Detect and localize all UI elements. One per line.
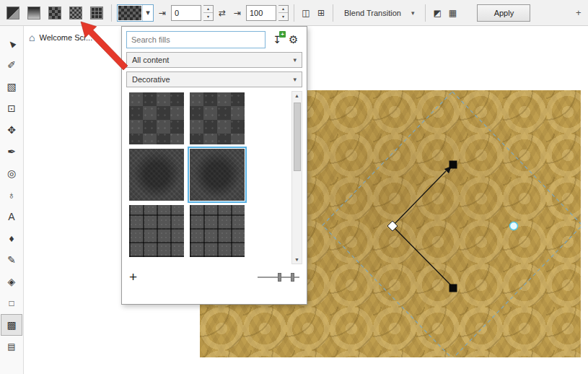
category-filter-value: Decorative — [132, 75, 170, 84]
toolbar-separator — [333, 4, 333, 22]
tile-vertical-icon[interactable]: ⊞ — [315, 8, 328, 18]
category-filter-dropdown[interactable]: Decorative ▾ — [126, 71, 302, 87]
fountain-fill-swatch — [27, 6, 40, 19]
fill-picker-trigger[interactable]: ▾ — [117, 4, 154, 22]
chevron-down-icon: ▾ — [293, 56, 297, 64]
outline-tool-icon: □ — [9, 298, 14, 308]
blend-transition-label: Blend Transition — [344, 9, 401, 17]
fill-picker-panel: ↧ + ⚙ All content ▾ Decorative ▾ ▲ — [121, 26, 307, 305]
smart-fill-tool[interactable]: ◈ — [1, 271, 22, 292]
ink-tool-icon: ♦ — [9, 232, 14, 244]
apply-button[interactable]: Apply — [477, 4, 530, 22]
scale-stepper: ▴ ▾ — [278, 5, 289, 21]
scroll-up-icon[interactable]: ▲ — [294, 93, 299, 98]
artistic-media-tool[interactable]: ✒ — [1, 142, 22, 162]
pen-tool[interactable]: ✎ — [1, 250, 22, 270]
pattern-fill-tool[interactable]: ▩ — [1, 315, 22, 335]
pan-tool[interactable]: ✥ — [1, 120, 22, 140]
fill-thumbnail-selected[interactable] — [190, 149, 245, 201]
vector-pattern-fill-icon[interactable] — [45, 4, 64, 22]
stepper-up-button[interactable]: ▴ — [278, 6, 288, 14]
fill-scale-input[interactable] — [246, 5, 276, 21]
fill-thumbnail[interactable] — [129, 92, 184, 144]
stepper-down-button[interactable]: ▾ — [278, 13, 288, 20]
pattern-size-handle[interactable] — [449, 284, 457, 292]
shape-tool[interactable]: ✐ — [1, 55, 22, 75]
toolbar-separator — [294, 4, 294, 22]
content-filter-value: All content — [132, 56, 169, 64]
fill-thumbnail[interactable] — [129, 149, 184, 201]
crop-tool[interactable]: ⊡ — [1, 98, 22, 118]
app-window: ▾ ⇥ ▴ ▾ ⇄ ⇥ ▴ ▾ ◫ ⊞ Blend Transition ▾ ◩… — [0, 0, 588, 374]
scale-icon: ⇥ — [231, 8, 244, 18]
wireframe-pattern-icon[interactable]: ▦ — [446, 8, 459, 18]
pattern-edge-handle[interactable] — [510, 222, 518, 230]
tile-horizontal-icon[interactable]: ◫ — [299, 8, 312, 18]
import-fills-icon[interactable]: ↧ + — [271, 34, 284, 45]
artistic-media-icon: ✒ — [7, 146, 16, 157]
text-tool[interactable]: A — [1, 206, 22, 227]
chevron-down-icon: ▾ — [411, 9, 415, 17]
stepper-down-button[interactable]: ▾ — [203, 13, 213, 20]
offset-stepper: ▴ ▾ — [203, 5, 214, 21]
pattern-vector-line — [392, 171, 446, 226]
fill-thumbnail[interactable] — [190, 92, 245, 144]
stepper-up-button[interactable]: ▴ — [203, 6, 213, 14]
fountain-fill-icon[interactable] — [25, 4, 43, 22]
mirror-tiles-icon[interactable]: ⇄ — [216, 8, 229, 18]
pan-tool-icon: ✥ — [7, 124, 16, 136]
chevron-down-icon: ▾ — [293, 76, 297, 83]
toolbar-separator — [425, 4, 426, 22]
scroll-down-icon[interactable]: ▼ — [294, 257, 299, 262]
uniform-fill-icon[interactable] — [4, 4, 22, 22]
fill-offset-input[interactable] — [171, 5, 201, 21]
spiral-tool-icon: ◎ — [7, 168, 16, 179]
pick-tool-icon: ▲ — [4, 35, 19, 51]
thumbnail-size-slider[interactable] — [258, 272, 299, 282]
pattern-vector-line — [392, 226, 451, 285]
text-tool-icon: A — [8, 211, 14, 222]
home-icon: ⌂ — [29, 32, 35, 43]
fill-search-input[interactable] — [126, 31, 266, 48]
tab-welcome-screen[interactable]: ⌂ Welcome Scr... — [29, 32, 92, 43]
fill-thumbnail[interactable] — [129, 205, 184, 257]
gear-icon[interactable]: ⚙ — [289, 33, 298, 46]
offset-icon: ⇥ — [156, 8, 169, 18]
freehand-pick-tool[interactable]: ▧ — [1, 77, 22, 97]
thumbnail-scrollbar[interactable]: ▲ ▼ — [291, 91, 302, 264]
pick-tool[interactable]: ▲ — [1, 33, 22, 53]
blend-transition-dropdown[interactable]: Blend Transition ▾ — [338, 4, 420, 22]
slider-handle[interactable] — [278, 273, 281, 282]
vector-pattern-swatch — [48, 6, 61, 19]
current-fill-swatch — [118, 6, 141, 20]
extra-tool[interactable]: ▤ — [1, 336, 22, 357]
shape-tool-icon: ✐ — [7, 59, 16, 71]
toolbar-overflow-icon[interactable]: + — [576, 7, 584, 18]
add-fill-button[interactable]: + — [129, 270, 137, 284]
chevron-down-icon[interactable]: ▾ — [142, 5, 153, 21]
tab-label: Welcome Scr... — [39, 33, 92, 42]
property-toolbar: ▾ ⇥ ▴ ▾ ⇄ ⇥ ▴ ▾ ◫ ⊞ Blend Transition ▾ ◩… — [0, 0, 588, 26]
texture-fill-icon[interactable] — [87, 4, 106, 22]
fill-thumbnail-area: ▲ ▼ — [126, 91, 302, 264]
bitmap-pattern-swatch — [69, 6, 82, 19]
basic-shapes-icon: ♁ — [8, 189, 16, 201]
scrollbar-thumb[interactable] — [294, 103, 301, 171]
slider-handle[interactable] — [291, 273, 294, 282]
plus-badge-icon: + — [279, 31, 286, 38]
content-filter-dropdown[interactable]: All content ▾ — [126, 52, 302, 68]
toolbar-separator — [111, 4, 112, 22]
fill-thumbnail[interactable] — [190, 205, 245, 257]
outline-tool[interactable]: □ — [1, 293, 22, 313]
bitmap-pattern-fill-icon[interactable] — [66, 4, 85, 22]
ink-tool[interactable]: ♦ — [1, 228, 22, 248]
spiral-tool[interactable]: ◎ — [1, 163, 22, 183]
basic-shapes-tool[interactable]: ♁ — [1, 185, 22, 205]
edit-fill-icon[interactable]: ◩ — [431, 8, 444, 18]
freehand-pick-icon: ▧ — [6, 81, 16, 92]
pattern-rotation-handle[interactable] — [449, 161, 457, 169]
fill-thumbnail-grid — [129, 92, 245, 257]
pattern-fill-icon: ▩ — [6, 319, 16, 331]
toolbox: ▲ ✐ ▧ ⊡ ✥ ✒ ◎ ♁ A ♦ ✎ ◈ □ ▩ ▤ — [0, 26, 24, 374]
pattern-tile-outline — [322, 92, 581, 357]
